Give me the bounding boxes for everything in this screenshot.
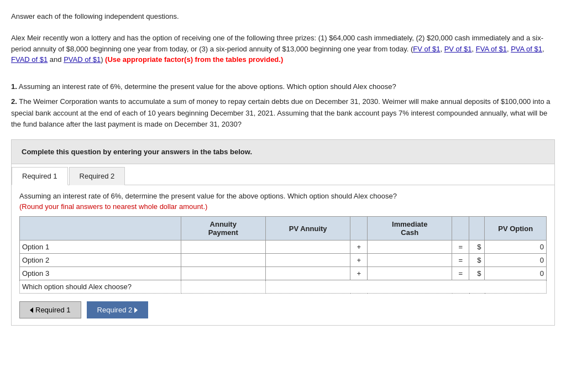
option1-immediate-input[interactable] bbox=[369, 242, 450, 252]
option1-pv-annuity-cell[interactable] bbox=[265, 241, 350, 254]
question2: 2. The Weimer Corporation wants to accum… bbox=[11, 96, 555, 130]
option2-annuity-cell[interactable] bbox=[181, 254, 265, 267]
choose-input-cell[interactable] bbox=[181, 280, 265, 294]
header-immediate-cash: ImmediateCash bbox=[368, 217, 452, 241]
option1-dollar: $ bbox=[469, 241, 485, 254]
option1-result: 0 bbox=[485, 241, 547, 254]
pva-link[interactable]: PVA of $1 bbox=[511, 45, 542, 53]
required2-nav-button[interactable]: Required 2 bbox=[87, 301, 149, 318]
pvad-link[interactable]: PVAD of $1 bbox=[64, 55, 101, 64]
header-annuity-payment: AnnuityPayment bbox=[181, 217, 265, 241]
questions-section: 1. Assuming an interest rate of 6%, dete… bbox=[11, 81, 555, 130]
fva-link[interactable]: FVA of $1 bbox=[476, 45, 507, 53]
option1-plus: + bbox=[350, 241, 368, 254]
tab-required2[interactable]: Required 2 bbox=[69, 167, 125, 185]
tab1-subtext: (Round your final answers to nearest who… bbox=[19, 202, 547, 211]
option3-label: Option 3 bbox=[20, 267, 181, 280]
option2-immediate-input[interactable] bbox=[369, 255, 450, 265]
fv-link[interactable]: FV of $1 bbox=[413, 45, 440, 53]
option2-plus: + bbox=[350, 254, 368, 267]
option3-immediate-cell[interactable] bbox=[368, 267, 452, 280]
table-row: Option 2 + = $ 0 bbox=[20, 254, 547, 267]
option2-label: Option 2 bbox=[20, 254, 181, 267]
option2-result: 0 bbox=[485, 254, 547, 267]
header-empty bbox=[20, 217, 181, 241]
header-equals bbox=[452, 217, 469, 241]
tabs-container: Required 1 Required 2 Assuming an intere… bbox=[11, 164, 555, 326]
option2-pv-annuity-cell[interactable] bbox=[265, 254, 350, 267]
tab1-content: Assuming an interest rate of 6%, determi… bbox=[12, 185, 554, 325]
tab1-question: Assuming an interest rate of 6%, determi… bbox=[19, 192, 547, 200]
nav-buttons: Required 1 Required 2 bbox=[19, 301, 547, 318]
option3-plus: + bbox=[350, 267, 368, 280]
option2-equals: = bbox=[452, 254, 469, 267]
intro-paragraph1: Answer each of the following independent… bbox=[11, 11, 555, 22]
option1-pv-annuity-input[interactable] bbox=[267, 242, 349, 252]
choose-label: Which option should Alex choose? bbox=[20, 280, 181, 294]
option3-result: 0 bbox=[485, 267, 547, 280]
bold-instruction: (Use appropriate factor(s) from the tabl… bbox=[105, 55, 283, 64]
intro-section: Answer each of the following independent… bbox=[11, 11, 555, 130]
option1-annuity-input[interactable] bbox=[182, 242, 264, 252]
fvad-link[interactable]: FVAD of $1 bbox=[11, 55, 48, 64]
tab-required1[interactable]: Required 1 bbox=[12, 167, 68, 185]
option2-pv-annuity-input[interactable] bbox=[267, 255, 349, 265]
complete-box: Complete this question by entering your … bbox=[11, 139, 555, 164]
required2-btn-label: Required 2 bbox=[97, 306, 133, 314]
tab-required2-label: Required 2 bbox=[80, 172, 115, 180]
complete-box-text: Complete this question by entering your … bbox=[22, 148, 252, 156]
option3-immediate-input[interactable] bbox=[369, 268, 450, 279]
option2-immediate-cell[interactable] bbox=[368, 254, 452, 267]
option3-dollar: $ bbox=[469, 267, 485, 280]
table-row: Option 1 + = $ 0 bbox=[20, 241, 547, 254]
table-header-row: AnnuityPayment PV Annuity ImmediateCash … bbox=[20, 217, 547, 241]
choose-answer-input[interactable] bbox=[182, 281, 264, 292]
option3-pv-annuity-input[interactable] bbox=[267, 268, 349, 279]
option1-label: Option 1 bbox=[20, 241, 181, 254]
required1-btn-label: Required 1 bbox=[35, 306, 71, 314]
option3-pv-annuity-cell[interactable] bbox=[265, 267, 350, 280]
pv-link[interactable]: PV of $1 bbox=[444, 45, 472, 53]
question1: 1. Assuming an interest rate of 6%, dete… bbox=[11, 81, 555, 93]
option1-equals: = bbox=[452, 241, 469, 254]
option3-equals: = bbox=[452, 267, 469, 280]
table-row: Which option should Alex choose? bbox=[20, 280, 547, 294]
tabs-row: Required 1 Required 2 bbox=[12, 164, 554, 185]
option1-immediate-cell[interactable] bbox=[368, 241, 452, 254]
option3-annuity-cell[interactable] bbox=[181, 267, 265, 280]
table-row: Option 3 + = $ 0 bbox=[20, 267, 547, 280]
required1-nav-button[interactable]: Required 1 bbox=[19, 301, 81, 318]
option3-annuity-input[interactable] bbox=[182, 268, 264, 279]
header-plus bbox=[350, 217, 368, 241]
left-arrow-icon bbox=[30, 307, 33, 313]
right-arrow-icon bbox=[134, 307, 138, 313]
tab-required1-label: Required 1 bbox=[22, 172, 57, 180]
intro-paragraph2: Alex Meir recently won a lottery and has… bbox=[11, 33, 555, 65]
options-table: AnnuityPayment PV Annuity ImmediateCash … bbox=[19, 216, 547, 294]
option2-annuity-input[interactable] bbox=[182, 255, 264, 265]
option1-annuity-cell[interactable] bbox=[181, 241, 265, 254]
option2-dollar: $ bbox=[469, 254, 485, 267]
header-pv-option: PV Option bbox=[485, 217, 547, 241]
header-dollar-sign bbox=[469, 217, 485, 241]
header-pv-annuity: PV Annuity bbox=[265, 217, 350, 241]
